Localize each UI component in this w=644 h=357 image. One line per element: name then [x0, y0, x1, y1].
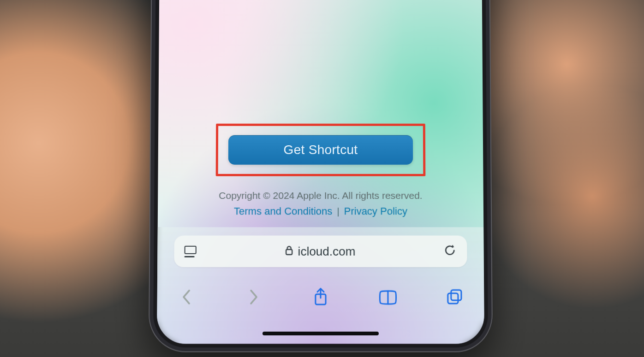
svg-rect-2	[451, 290, 461, 300]
annotation-highlight: Get Shortcut	[216, 124, 426, 176]
svg-rect-3	[448, 293, 458, 303]
bookmarks-button[interactable]	[376, 286, 399, 309]
svg-rect-0	[286, 249, 292, 254]
terms-link[interactable]: Terms and Conditions	[234, 205, 332, 217]
footer-links: Terms and Conditions | Privacy Policy	[219, 203, 423, 219]
copyright-text: Copyright © 2024 Apple Inc. All rights r…	[219, 188, 422, 203]
home-indicator[interactable]	[262, 332, 379, 335]
safari-toolbar	[175, 280, 467, 314]
privacy-link[interactable]: Privacy Policy	[344, 205, 407, 217]
forward-button[interactable]	[242, 286, 265, 309]
footer: Copyright © 2024 Apple Inc. All rights r…	[219, 188, 423, 219]
phone-frame: Get Shortcut Copyright © 2024 Apple Inc.…	[149, 0, 493, 352]
address-domain: icloud.com	[298, 244, 356, 258]
phone-screen: Get Shortcut Copyright © 2024 Apple Inc.…	[157, 0, 484, 344]
page-settings-icon[interactable]	[185, 245, 197, 257]
safari-bottom-chrome: icloud.com	[157, 227, 484, 344]
get-shortcut-button[interactable]: Get Shortcut	[228, 135, 413, 165]
back-button[interactable]	[175, 286, 198, 309]
address-bar-content[interactable]: icloud.com	[285, 244, 355, 258]
page-content: Get Shortcut Copyright © 2024 Apple Inc.…	[158, 0, 483, 227]
footer-separator: |	[337, 206, 340, 216]
tabs-button[interactable]	[443, 286, 467, 309]
share-button[interactable]	[309, 286, 332, 309]
address-bar[interactable]: icloud.com	[174, 236, 467, 268]
lock-icon	[285, 244, 293, 258]
reload-icon[interactable]	[444, 244, 457, 259]
